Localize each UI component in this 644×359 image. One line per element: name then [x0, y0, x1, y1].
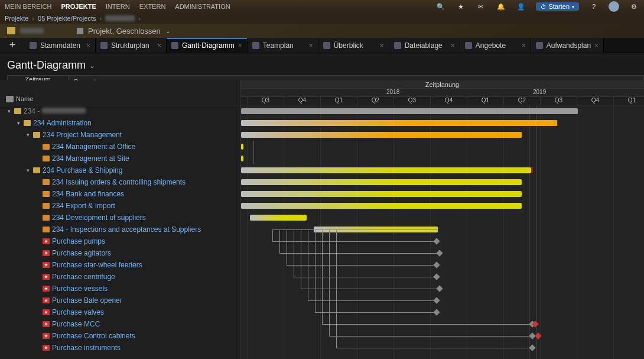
- crumb-1[interactable]: 05 Projekte/Projects: [38, 15, 96, 22]
- quarter-cell[interactable]: Q4: [284, 97, 320, 105]
- quarter-cell[interactable]: Q3: [247, 97, 284, 105]
- quarter-cell[interactable]: Q3: [393, 97, 430, 105]
- tree-row[interactable]: Purchase Control cabinets: [0, 330, 240, 342]
- tab-label: Teamplan: [263, 41, 294, 50]
- help-icon[interactable]: ?: [588, 3, 599, 10]
- gantt-bar[interactable]: [241, 191, 522, 197]
- milestone-diamond[interactable]: [436, 250, 443, 256]
- person-icon[interactable]: 👤: [516, 3, 526, 11]
- tree-row[interactable]: 234 Export & Import: [0, 200, 240, 212]
- expand-toggle[interactable]: ▾: [15, 120, 21, 126]
- milestone-diamond[interactable]: [433, 273, 440, 280]
- tab-aufwandsplan[interactable]: Aufwandsplan×: [531, 38, 604, 53]
- tab--berblick[interactable]: Überblick×: [318, 38, 389, 53]
- tab-strukturplan[interactable]: Strukturplan×: [96, 38, 167, 53]
- gantt-bar[interactable]: [241, 108, 578, 114]
- project-type-label[interactable]: Projekt, Geschlossen: [88, 27, 161, 35]
- gantt-chart[interactable]: [240, 105, 644, 359]
- avatar[interactable]: [609, 1, 619, 12]
- tab-gantt-diagramm[interactable]: Gantt-Diagramm×: [167, 38, 248, 53]
- quarter-cell[interactable]: Q2: [357, 97, 393, 105]
- mail-icon[interactable]: ✉: [476, 3, 486, 11]
- milestone-diamond[interactable]: [433, 261, 440, 268]
- close-icon[interactable]: ×: [157, 41, 161, 50]
- gantt-bar[interactable]: [241, 167, 533, 173]
- tree-row[interactable]: Purchase MCC: [0, 318, 240, 330]
- gear-icon[interactable]: ⚙: [629, 3, 639, 11]
- tree-row[interactable]: Purchase agitators: [0, 247, 240, 259]
- tab-dateiablage[interactable]: Dateiablage×: [389, 38, 460, 53]
- quarter-cell[interactable]: Q1: [613, 97, 644, 105]
- tree-row[interactable]: ▾234 Purchase & Shipping: [0, 164, 240, 176]
- task-tree[interactable]: ▾234 - ▾234 Administration▾234 Project M…: [0, 105, 240, 359]
- quarter-cell[interactable]: Q1: [320, 97, 357, 105]
- gantt-bar[interactable]: [241, 132, 522, 138]
- start-button[interactable]: ⏱ Starten ▾: [536, 2, 579, 11]
- add-tab-button[interactable]: +: [0, 38, 25, 53]
- milestone-diamond[interactable]: [433, 238, 440, 244]
- menu-intern[interactable]: INTERN: [106, 3, 130, 10]
- close-icon[interactable]: ×: [309, 41, 313, 50]
- tree-row[interactable]: 234 Bank and finances: [0, 188, 240, 200]
- close-icon[interactable]: ×: [594, 41, 599, 50]
- tree-row[interactable]: 234 Development of suppliers: [0, 212, 240, 224]
- quarter-cell[interactable]: Q4: [577, 97, 613, 105]
- menu-projekte[interactable]: PROJEKTE: [61, 3, 96, 10]
- tree-header[interactable]: Name: [0, 80, 240, 105]
- tree-row[interactable]: 234 Management at Site: [0, 153, 240, 164]
- gantt-bar[interactable]: [250, 215, 307, 221]
- task-icon: [43, 191, 50, 197]
- expand-toggle[interactable]: ▾: [25, 132, 31, 138]
- milestone-diamond[interactable]: [433, 297, 440, 303]
- menu-administration[interactable]: ADMINISTRATION: [175, 3, 230, 10]
- bell-icon[interactable]: 🔔: [496, 3, 506, 11]
- menu-extern[interactable]: EXTERN: [139, 3, 166, 10]
- tree-row[interactable]: Purchase Bale opener: [0, 295, 240, 306]
- tree-row[interactable]: Purchase valves: [0, 306, 240, 318]
- tree-row[interactable]: ▾234 Project Management: [0, 129, 240, 141]
- close-icon[interactable]: ×: [238, 41, 242, 50]
- chevron-down-icon[interactable]: ⌄: [165, 28, 170, 34]
- search-icon[interactable]: 🔍: [435, 3, 446, 11]
- quarter-cell[interactable]: Q4: [430, 97, 467, 105]
- tree-row[interactable]: 234 Issuing orders & controlling shipmen…: [0, 176, 240, 188]
- tree-row[interactable]: Purchase centrifuge: [0, 271, 240, 283]
- quarter-cell[interactable]: Q3: [540, 97, 577, 105]
- gantt-bar[interactable]: [241, 203, 522, 209]
- dependency-line: [279, 229, 280, 253]
- gantt-panel[interactable]: Zeitplanung 20182019 Q3Q4Q1Q2Q3Q4Q1Q2Q3Q…: [240, 80, 644, 359]
- menu-mein-bereich[interactable]: MEIN BEREICH: [5, 3, 51, 10]
- chevron-down-icon[interactable]: ⌄: [89, 62, 95, 70]
- star-icon[interactable]: ★: [456, 3, 466, 11]
- expand-toggle[interactable]: ▾: [6, 108, 12, 114]
- close-icon[interactable]: ×: [380, 41, 384, 50]
- tree-row[interactable]: Purchase vessels: [0, 283, 240, 295]
- crumb-0[interactable]: Projekte: [5, 15, 28, 22]
- milestone-diamond[interactable]: [433, 309, 440, 315]
- close-icon[interactable]: ×: [522, 41, 526, 50]
- expand-toggle[interactable]: ▾: [25, 167, 31, 173]
- tree-row[interactable]: ▾234 -: [0, 105, 240, 117]
- close-icon[interactable]: ×: [86, 41, 90, 50]
- gantt-bar[interactable]: [241, 120, 557, 126]
- tree-row[interactable]: Purchase instruments: [0, 342, 240, 354]
- tab-teamplan[interactable]: Teamplan×: [248, 38, 318, 53]
- milestone-diamond[interactable]: [436, 285, 443, 292]
- tab-stammdaten[interactable]: Stammdaten×: [25, 38, 96, 53]
- tree-row[interactable]: Purchase star-wheel feeders: [0, 259, 240, 271]
- tree-label: Purchase valves: [52, 308, 104, 316]
- gantt-bar[interactable]: [241, 179, 522, 185]
- tree-row[interactable]: 234 - Inspections and acceptances at Sup…: [0, 224, 240, 235]
- gantt-bar[interactable]: [241, 156, 243, 161]
- quarter-cell[interactable]: Q2: [503, 97, 540, 105]
- tab-angebote[interactable]: Angebote×: [460, 38, 531, 53]
- close-icon[interactable]: ×: [451, 41, 455, 50]
- crumb-2-redacted[interactable]: [105, 15, 135, 21]
- dependency-line: [308, 229, 308, 300]
- gantt-bar[interactable]: [241, 144, 243, 150]
- tree-row[interactable]: Purchase pumps: [0, 235, 240, 247]
- tree-row[interactable]: 234 Management at Office: [0, 141, 240, 153]
- quarter-cell[interactable]: Q1: [467, 97, 503, 105]
- milestone-diamond[interactable]: [529, 344, 535, 351]
- tree-row[interactable]: ▾234 Administration: [0, 117, 240, 129]
